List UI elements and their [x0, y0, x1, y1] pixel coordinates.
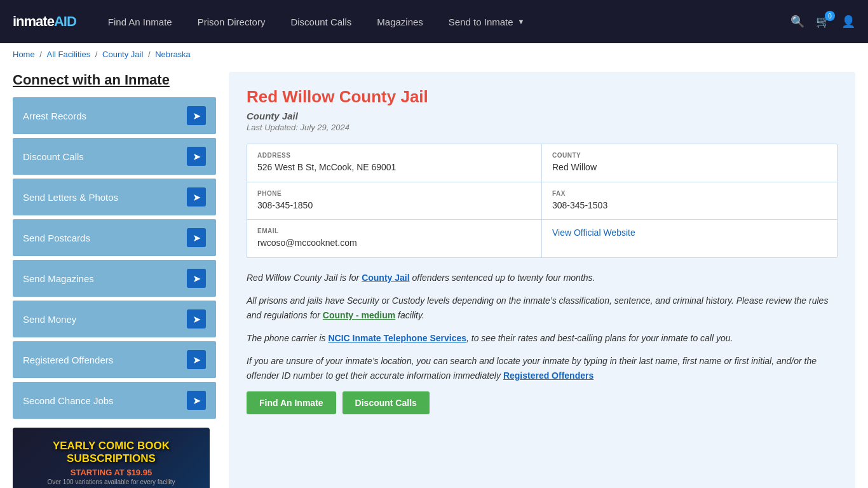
user-icon[interactable]: 👤 [841, 15, 855, 29]
sidebar-item-send-magazines[interactable]: Send Magazines ➤ [13, 260, 216, 297]
sidebar: Connect with an Inmate Arrest Records ➤ … [13, 72, 216, 488]
description-block: Red Willow County Jail is for County Jai… [247, 271, 837, 383]
nav-magazines[interactable]: Magazines [364, 0, 436, 43]
btn-action-2[interactable]: Discount Calls [342, 391, 430, 414]
desc-para3: The phone carrier is NCIC Inmate Telepho… [247, 331, 837, 345]
sidebar-item-registered-offenders[interactable]: Registered Offenders ➤ [13, 341, 216, 378]
website-cell: View Official Website [542, 220, 837, 257]
nav-prison-directory[interactable]: Prison Directory [185, 0, 278, 43]
desc-para1: Red Willow County Jail is for County Jai… [247, 271, 837, 285]
logo[interactable]: inmateAID [13, 13, 76, 30]
sidebar-item-arrest-records[interactable]: Arrest Records ➤ [13, 97, 216, 134]
facility-updated: Last Updated: July 29, 2024 [247, 123, 837, 132]
nav-discount-calls[interactable]: Discount Calls [278, 0, 364, 43]
breadcrumb-all-facilities[interactable]: All Facilities [47, 50, 91, 59]
county-medium-link[interactable]: County - medium [323, 310, 395, 320]
sidebar-item-send-postcards[interactable]: Send Postcards ➤ [13, 219, 216, 256]
ncic-link[interactable]: NCIC Inmate Telephone Services [328, 333, 466, 343]
registered-offenders-link[interactable]: Registered Offenders [503, 370, 593, 381]
chevron-down-icon: ▼ [518, 18, 525, 25]
county-label: COUNTY [552, 152, 827, 159]
arrow-icon-offenders: ➤ [187, 350, 206, 369]
nav-find-inmate[interactable]: Find An Inmate [95, 0, 185, 43]
facility-type: County Jail [247, 111, 837, 121]
phone-label: PHONE [257, 190, 531, 197]
arrow-icon-arrest: ➤ [187, 106, 206, 125]
fax-value: 308-345-1503 [552, 200, 827, 212]
county-cell: COUNTY Red Willow [542, 144, 837, 182]
breadcrumb-nebraska[interactable]: Nebraska [155, 50, 191, 59]
desc-para2: All prisons and jails have Security or C… [247, 294, 837, 322]
arrow-icon-letters: ➤ [187, 187, 206, 207]
nav-icons: 🔍 🛒 0 👤 [790, 15, 855, 29]
info-grid: ADDRESS 526 West B St, McCook, NE 69001 … [247, 144, 837, 258]
fax-label: FAX [552, 190, 827, 197]
address-cell: ADDRESS 526 West B St, McCook, NE 69001 [247, 144, 542, 182]
btn-action-1[interactable]: Find An Inmate [247, 391, 336, 414]
phone-value: 308-345-1850 [257, 200, 531, 212]
cart-badge: 0 [825, 11, 835, 21]
fax-cell: FAX 308-345-1503 [542, 182, 837, 220]
sidebar-item-send-money[interactable]: Send Money ➤ [13, 301, 216, 337]
breadcrumb-home[interactable]: Home [13, 50, 35, 59]
ad-title: YEARLY COMIC BOOKSUBSCRIPTIONS [53, 440, 170, 466]
search-icon[interactable]: 🔍 [790, 15, 804, 29]
arrow-icon-postcards: ➤ [187, 228, 206, 247]
ad-desc: Over 100 variations available for every … [47, 478, 175, 485]
address-label: ADDRESS [257, 152, 531, 159]
sidebar-item-discount-calls[interactable]: Discount Calls ➤ [13, 138, 216, 175]
page-layout: Connect with an Inmate Arrest Records ➤ … [0, 65, 868, 488]
navbar: inmateAID Find An Inmate Prison Director… [0, 0, 868, 43]
breadcrumb-county-jail[interactable]: County Jail [102, 50, 143, 59]
sidebar-item-second-chance-jobs[interactable]: Second Chance Jobs ➤ [13, 382, 216, 419]
bottom-buttons: Find An Inmate Discount Calls [247, 391, 837, 414]
desc-para4: If you are unsure of your inmate’s locat… [247, 354, 837, 383]
arrow-icon-jobs: ➤ [187, 391, 206, 410]
ad-banner[interactable]: YEARLY COMIC BOOKSUBSCRIPTIONS Starting … [13, 428, 210, 488]
address-value: 526 West B St, McCook, NE 69001 [257, 161, 531, 174]
county-jail-link[interactable]: County Jail [362, 273, 409, 283]
email-value: rwcoso@mccooknet.com [257, 237, 531, 250]
ad-subtitle: Starting at $19.95 [71, 468, 152, 477]
sidebar-title: Connect with an Inmate [13, 72, 216, 88]
nav-links: Find An Inmate Prison Directory Discount… [95, 0, 790, 43]
email-label: EMAIL [257, 227, 531, 234]
email-cell: EMAIL rwcoso@mccooknet.com [247, 220, 542, 257]
facility-name: Red Willow County Jail [247, 87, 837, 107]
arrow-icon-magazines: ➤ [187, 269, 206, 288]
phone-cell: PHONE 308-345-1850 [247, 182, 542, 220]
website-link[interactable]: View Official Website [552, 227, 635, 238]
nav-send-to-inmate[interactable]: Send to Inmate ▼ [436, 0, 538, 43]
main-content: Red Willow County Jail County Jail Last … [229, 72, 855, 488]
breadcrumb: Home / All Facilities / County Jail / Ne… [0, 43, 868, 65]
arrow-icon-discount: ➤ [187, 147, 206, 166]
cart-icon-wrap[interactable]: 🛒 0 [816, 15, 830, 29]
county-value: Red Willow [552, 161, 827, 174]
sidebar-item-send-letters[interactable]: Send Letters & Photos ➤ [13, 179, 216, 215]
arrow-icon-money: ➤ [187, 309, 206, 329]
